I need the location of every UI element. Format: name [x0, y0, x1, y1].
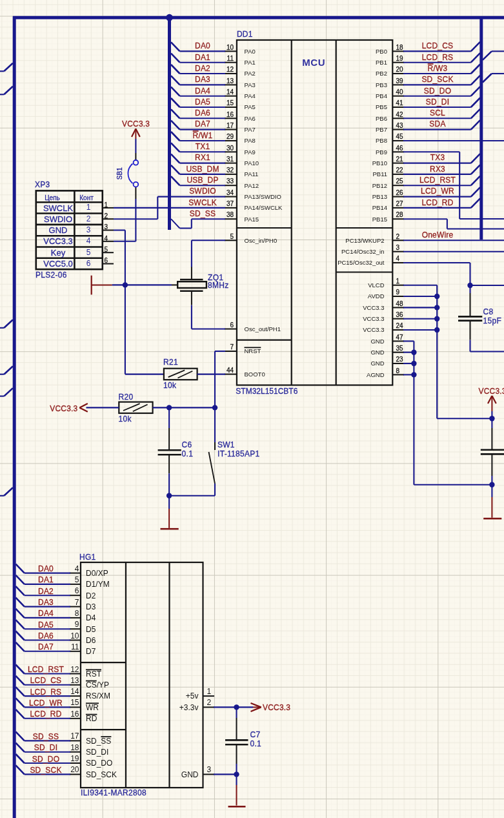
- svg-text:2: 2: [396, 233, 400, 240]
- svg-text:SW1: SW1: [217, 440, 235, 449]
- svg-text:10k: 10k: [163, 381, 177, 390]
- svg-text:23: 23: [396, 356, 404, 363]
- svg-text:4: 4: [75, 564, 79, 573]
- svg-text:+3.3v: +3.3v: [179, 703, 199, 712]
- svg-text:SD_DO: SD_DO: [32, 755, 59, 764]
- svg-text:PA4: PA4: [245, 92, 256, 99]
- svg-text:VCC3.3: VCC3.3: [363, 326, 384, 333]
- svg-text:Osc_in/PH0: Osc_in/PH0: [245, 237, 277, 244]
- svg-text:PB11: PB11: [372, 170, 387, 178]
- svg-text:16: 16: [227, 111, 234, 118]
- svg-text:PB12: PB12: [372, 182, 387, 189]
- svg-text:17: 17: [70, 731, 79, 741]
- svg-text:SD_DO: SD_DO: [424, 87, 451, 96]
- svg-text:TX1: TX1: [196, 142, 210, 151]
- svg-text:15: 15: [227, 99, 234, 107]
- svg-text:3: 3: [86, 225, 91, 234]
- svg-text:19: 19: [70, 754, 79, 763]
- svg-text:22: 22: [396, 167, 404, 174]
- svg-text:SWDIO: SWDIO: [44, 214, 72, 224]
- svg-text:PA9: PA9: [245, 148, 256, 156]
- svg-text:HG1: HG1: [79, 553, 96, 562]
- svg-text:36: 36: [396, 311, 404, 318]
- svg-text:XP3: XP3: [35, 180, 50, 189]
- svg-text:AGND: AGND: [367, 371, 385, 378]
- svg-text:37: 37: [227, 200, 234, 207]
- svg-text:PA14/SWCLK: PA14/SWCLK: [245, 204, 283, 211]
- svg-text:21: 21: [396, 156, 404, 163]
- svg-text:VCC3.3: VCC3.3: [122, 119, 150, 128]
- svg-text:PB14: PB14: [372, 204, 387, 211]
- svg-text:LCD_WR: LCD_WR: [421, 187, 454, 196]
- svg-text:20: 20: [70, 765, 79, 774]
- svg-text:VLCD: VLCD: [368, 281, 384, 289]
- svg-text:DA4: DA4: [195, 87, 210, 96]
- svg-text:PA13/SWDIO: PA13/SWDIO: [245, 193, 281, 200]
- svg-text:33: 33: [227, 178, 234, 185]
- svg-text:19: 19: [396, 55, 404, 62]
- svg-text:3: 3: [207, 765, 212, 774]
- svg-text:9: 9: [396, 289, 400, 296]
- svg-text:D4: D4: [86, 613, 96, 622]
- svg-text:DA1: DA1: [38, 575, 54, 584]
- svg-text:Osc_out/PH1: Osc_out/PH1: [245, 325, 281, 332]
- svg-text:DA4: DA4: [38, 609, 54, 618]
- svg-text:C6: C6: [182, 440, 192, 449]
- svg-text:SD_DI: SD_DI: [34, 743, 57, 752]
- svg-text:TX3: TX3: [430, 153, 445, 162]
- svg-text:SD_SCK: SD_SCK: [30, 766, 61, 775]
- svg-text:LCD_WR: LCD_WR: [29, 699, 63, 708]
- svg-text:6: 6: [75, 586, 79, 595]
- svg-text:26: 26: [396, 189, 404, 196]
- svg-text:7: 7: [230, 343, 234, 351]
- svg-text:RX3: RX3: [430, 165, 445, 174]
- svg-text:SD_SS: SD_SS: [86, 737, 111, 746]
- svg-text:DA6: DA6: [38, 631, 54, 640]
- svg-text:R20: R20: [119, 393, 134, 402]
- svg-text:SD_SS: SD_SS: [190, 209, 216, 218]
- svg-text:6: 6: [105, 257, 108, 264]
- svg-text:5: 5: [86, 248, 91, 257]
- svg-text:LCD_CS: LCD_CS: [30, 676, 62, 685]
- svg-text:VCC3.3: VCC3.3: [43, 236, 73, 246]
- svg-text:R/W3: R/W3: [428, 64, 448, 73]
- svg-text:PB6: PB6: [376, 115, 387, 122]
- svg-text:VCC3.3: VCC3.3: [50, 404, 77, 413]
- svg-text:6: 6: [86, 259, 91, 268]
- svg-text:PB5: PB5: [376, 103, 387, 110]
- svg-text:VCC3.3: VCC3.3: [363, 304, 384, 311]
- svg-text:8: 8: [75, 609, 79, 618]
- svg-text:PA8: PA8: [245, 137, 256, 144]
- svg-text:16: 16: [70, 710, 79, 719]
- svg-text:SCL: SCL: [430, 108, 445, 118]
- svg-text:PA7: PA7: [245, 126, 256, 133]
- svg-text:RX1: RX1: [195, 153, 210, 162]
- svg-text:18: 18: [70, 743, 79, 752]
- svg-text:12: 12: [70, 665, 79, 674]
- svg-text:Цепь: Цепь: [45, 194, 60, 201]
- svg-text:WR: WR: [86, 703, 99, 712]
- svg-text:MCU: MCU: [302, 57, 325, 68]
- svg-text:PA15: PA15: [245, 216, 259, 223]
- svg-text:VCC3.3: VCC3.3: [479, 387, 504, 396]
- svg-text:SD_DO: SD_DO: [86, 759, 112, 768]
- svg-text:DA0: DA0: [195, 41, 210, 50]
- svg-text:1: 1: [207, 687, 212, 696]
- svg-text:2: 2: [105, 212, 108, 220]
- svg-text:PA1: PA1: [245, 59, 256, 66]
- svg-text:LCD_RS: LCD_RS: [30, 688, 62, 697]
- svg-text:LCD_CS: LCD_CS: [422, 41, 454, 50]
- svg-text:DA5: DA5: [195, 97, 210, 107]
- svg-text:PA5: PA5: [245, 103, 256, 110]
- svg-text:USB_DP: USB_DP: [186, 176, 218, 185]
- svg-text:45: 45: [396, 133, 404, 140]
- svg-text:SD_DI: SD_DI: [426, 97, 449, 107]
- svg-text:30: 30: [227, 145, 234, 152]
- svg-text:27: 27: [396, 200, 404, 207]
- svg-text:42: 42: [396, 111, 404, 118]
- svg-text:D1/YM: D1/YM: [86, 580, 110, 589]
- svg-text:GND: GND: [370, 349, 384, 356]
- svg-text:DA5: DA5: [38, 620, 54, 629]
- svg-text:PC15/Osc32_out: PC15/Osc32_out: [338, 259, 385, 266]
- svg-text:PB8: PB8: [376, 137, 387, 144]
